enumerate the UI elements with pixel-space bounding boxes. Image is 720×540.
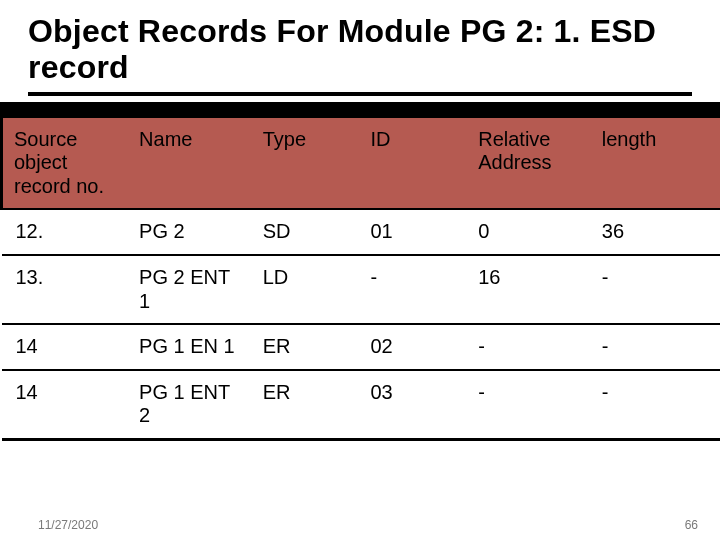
cell-source: 14	[2, 324, 126, 370]
cell-length: -	[588, 324, 720, 370]
col-header-type: Type	[249, 118, 357, 210]
cell-source: 13.	[2, 255, 126, 324]
table-row: 13. PG 2 ENT 1 LD - 16 -	[2, 255, 721, 324]
cell-reladdr: -	[464, 324, 588, 370]
cell-name: PG 2	[125, 209, 249, 255]
page-title: Object Records For Module PG 2: 1. ESD r…	[28, 14, 692, 86]
cell-name: PG 1 EN 1	[125, 324, 249, 370]
cell-type: ER	[249, 370, 357, 440]
col-header-name: Name	[125, 118, 249, 210]
footer: 11/27/2020 66	[0, 518, 720, 532]
cell-length: -	[588, 255, 720, 324]
cell-source: 12.	[2, 209, 126, 255]
cell-id: 01	[356, 209, 464, 255]
table-row: 14 PG 1 ENT 2 ER 03 - -	[2, 370, 721, 440]
separator-bar	[0, 102, 720, 118]
cell-type: LD	[249, 255, 357, 324]
cell-reladdr: 0	[464, 209, 588, 255]
col-header-id: ID	[356, 118, 464, 210]
col-header-source: Source object record no.	[2, 118, 126, 210]
col-header-length: length	[588, 118, 720, 210]
cell-type: SD	[249, 209, 357, 255]
cell-length: 36	[588, 209, 720, 255]
table-row: 12. PG 2 SD 01 0 36	[2, 209, 721, 255]
records-table: Source object record no. Name Type ID Re…	[0, 118, 720, 441]
cell-reladdr: 16	[464, 255, 588, 324]
table-header-row: Source object record no. Name Type ID Re…	[2, 118, 721, 210]
cell-name: PG 1 ENT 2	[125, 370, 249, 440]
cell-id: 03	[356, 370, 464, 440]
col-header-reladdr: Relative Address	[464, 118, 588, 210]
cell-source: 14	[2, 370, 126, 440]
cell-length: -	[588, 370, 720, 440]
table-row: 14 PG 1 EN 1 ER 02 - -	[2, 324, 721, 370]
cell-type: ER	[249, 324, 357, 370]
cell-id: -	[356, 255, 464, 324]
footer-page: 66	[685, 518, 698, 532]
title-wrap: Object Records For Module PG 2: 1. ESD r…	[0, 0, 720, 90]
cell-name: PG 2 ENT 1	[125, 255, 249, 324]
cell-reladdr: -	[464, 370, 588, 440]
slide: Object Records For Module PG 2: 1. ESD r…	[0, 0, 720, 540]
title-underline	[28, 92, 692, 96]
footer-date: 11/27/2020	[38, 518, 98, 532]
cell-id: 02	[356, 324, 464, 370]
